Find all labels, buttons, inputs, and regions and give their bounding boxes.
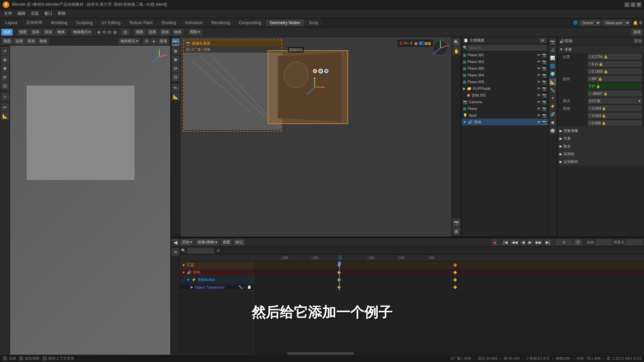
timeline-search-input[interactable]: [187, 248, 214, 254]
main-tool-scale[interactable]: ⊡: [172, 73, 180, 81]
rot-y-lock[interactable]: 🔒: [596, 84, 600, 88]
left-object-button[interactable]: 物体: [38, 38, 49, 45]
left-select-button[interactable]: 选择: [13, 38, 25, 45]
left-view-button[interactable]: 视图: [1, 38, 13, 45]
kf-act-200[interactable]: [453, 278, 457, 282]
render-icon-8[interactable]: 📷: [542, 100, 547, 104]
tab-sculpting[interactable]: Sculpting: [72, 19, 97, 26]
tool-scale[interactable]: ⊡: [1, 82, 9, 90]
render-icon-10[interactable]: 📷: [542, 113, 547, 118]
viewlayer-selector[interactable]: ViewLayer: [602, 20, 630, 26]
physics-props-btn[interactable]: ⚡: [549, 103, 556, 110]
visibility-icon-7[interactable]: 👁: [537, 93, 541, 97]
proportional-edit[interactable]: ⊙: [121, 29, 129, 36]
tab-texture-paint[interactable]: Texture Paint: [125, 19, 157, 26]
scene-selector[interactable]: Scene: [579, 20, 601, 26]
right-tool-2[interactable]: ✋: [452, 47, 461, 55]
track-summary-row[interactable]: ▼ 汇总: [180, 261, 253, 269]
pos-y-lock[interactable]: 🔒: [599, 62, 603, 66]
right-tool-grid[interactable]: ⊞: [452, 227, 461, 235]
main-tool-camera[interactable]: 📷: [172, 38, 180, 46]
render-icon-6[interactable]: 📷: [542, 86, 547, 91]
step-fwd-btn[interactable]: ▶▶: [534, 239, 543, 245]
right-tool-camera[interactable]: 📷: [452, 219, 461, 227]
outliner-item-plane[interactable]: ▦ Plane 👁 📷: [462, 105, 548, 112]
constraints-props-btn[interactable]: 🔗: [549, 111, 556, 118]
object-button[interactable]: 物体: [55, 29, 67, 36]
view-button[interactable]: 视图: [17, 29, 29, 36]
outliner-item-plane004[interactable]: ▦ Plane.004 👁 📷: [462, 72, 548, 78]
yinxiang-track-area[interactable]: [254, 269, 644, 276]
rot-z-field[interactable]: Z -9000° 🔒: [588, 90, 642, 97]
render-icon-3[interactable]: 📷: [542, 66, 547, 71]
tab-uv-editing[interactable]: UV Editing: [97, 19, 124, 26]
step-back-btn[interactable]: ◀◀: [510, 239, 519, 245]
tool-annotate[interactable]: ✏: [1, 103, 9, 111]
particles-props-btn[interactable]: ✦: [549, 95, 556, 102]
pos-x-lock[interactable]: 🔒: [604, 55, 608, 59]
pos-y-field[interactable]: Y 0 m 🔒: [588, 61, 642, 67]
visibility-icon-9[interactable]: 👁: [537, 107, 541, 111]
start-frame-input[interactable]: 0: [595, 239, 612, 245]
kf-tr-200[interactable]: [453, 285, 457, 289]
frame-timer-btn[interactable]: ⏱: [574, 239, 582, 246]
mode-value[interactable]: XYZ 欧 ▾: [588, 98, 642, 104]
render-icon[interactable]: 📷: [542, 53, 547, 57]
left-overlays[interactable]: ●: [151, 38, 157, 45]
outliner-item-yinxiang[interactable]: ▼ 🔊 音响 👁 📷: [462, 119, 548, 125]
output-props-btn[interactable]: 🖨: [549, 46, 556, 54]
tool-select[interactable]: ↗: [1, 47, 9, 55]
window-controls[interactable]: ─ □ ✕: [625, 2, 641, 7]
render-icon-2[interactable]: 📷: [542, 60, 547, 64]
left-add-button[interactable]: 添加: [25, 38, 37, 45]
action-track-area[interactable]: [254, 276, 644, 283]
main-tool-annotate[interactable]: ✏: [172, 84, 180, 92]
scale-x-lock[interactable]: 🔒: [602, 107, 606, 110]
transforms-track-area[interactable]: [254, 284, 644, 291]
x-handle[interactable]: [313, 69, 317, 73]
mode-selector-2[interactable]: 周部 ▾: [188, 29, 202, 36]
relations-header[interactable]: ▶ 关系: [557, 135, 644, 142]
tab-rendering[interactable]: Rendering: [207, 19, 234, 26]
minimize-button[interactable]: ─: [625, 2, 629, 7]
kf-yx-200[interactable]: [453, 270, 457, 274]
record-btn[interactable]: ●: [492, 239, 497, 246]
summary-track-area[interactable]: [254, 261, 644, 268]
tool-rotate[interactable]: ⟳: [1, 73, 9, 81]
pos-z-lock[interactable]: 🔒: [604, 70, 608, 73]
material-props-btn[interactable]: ⬤: [549, 127, 556, 134]
scale-y-field[interactable]: Y 0.004 🔒: [588, 113, 642, 119]
view-menu-2[interactable]: 视图: [134, 29, 145, 36]
track-transforms-row[interactable]: ▶ Object Transforms 🔧 ✓ 📋: [180, 284, 253, 291]
tab-layout[interactable]: Layout: [1, 19, 21, 26]
rot-z-lock[interactable]: 🔒: [603, 92, 607, 96]
view-label-btn[interactable]: 视图: [221, 239, 232, 246]
tab-launch-layout[interactable]: 启动布局: [22, 19, 46, 26]
tab-compositing[interactable]: Compositing: [235, 19, 265, 26]
transform-delta-header[interactable]: ▶ 变换增量: [557, 127, 644, 134]
motion-path-header[interactable]: ▶ 运动路径: [557, 158, 644, 165]
rot-y-field[interactable]: Y 0° 🔒: [588, 83, 642, 89]
transform-section-header[interactable]: ▼ 变换: [557, 46, 644, 53]
outliner-item-camera[interactable]: 📷 Camera 👁 📷: [462, 99, 548, 105]
render-props-btn[interactable]: 📷: [549, 38, 556, 46]
jump-start-btn[interactable]: |◀: [502, 239, 509, 245]
options-button[interactable]: 选项: [631, 29, 643, 36]
tab-scripting[interactable]: Scrip: [305, 19, 322, 26]
tab-shading[interactable]: Shading: [157, 19, 180, 26]
instancing-header[interactable]: ▶ 实例化: [557, 150, 644, 158]
main-tool-cursor[interactable]: ⊕: [172, 47, 180, 55]
left-3d-viewport[interactable]: — · X Y Z: [10, 46, 170, 355]
tab-modeling[interactable]: Modeling: [47, 19, 71, 26]
jump-end-btn[interactable]: ▶|: [544, 239, 551, 245]
visibility-icon-5[interactable]: 👁: [537, 80, 541, 84]
right-tool-1[interactable]: 🔍: [452, 38, 461, 46]
add-menu-2[interactable]: 添加: [159, 29, 171, 36]
select-menu-2[interactable]: 选择: [147, 29, 158, 36]
current-frame-input[interactable]: [555, 239, 572, 245]
render-icon-4[interactable]: 📷: [542, 73, 547, 77]
object-props-btn[interactable]: 📐: [549, 78, 556, 86]
object-menu-2[interactable]: 物体: [172, 29, 183, 36]
collections-header[interactable]: ▶ 集合: [557, 142, 644, 150]
pos-z-field[interactable]: Z 0.1605 🔒: [588, 68, 642, 74]
